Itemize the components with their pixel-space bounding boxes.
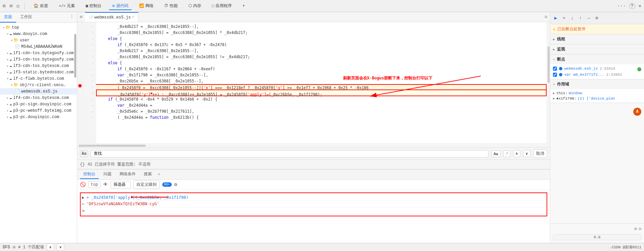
panel-layout-btn-2[interactable]: ⊟ xyxy=(639,226,641,231)
tree-item-obj[interactable]: ▾ 📁 obj/rc-client-security/c-we xyxy=(0,82,77,88)
tree-item-lfc[interactable]: ▾ ☁ lf-c-flwb.bytetos.com xyxy=(0,75,77,82)
share-icon[interactable]: ⊡ xyxy=(3,3,5,9)
step-out-button[interactable]: ↑ xyxy=(577,15,583,22)
arrow-icon: ▸ xyxy=(7,115,9,119)
dock-left-icon[interactable]: ⊞ xyxy=(77,14,85,20)
section-thread-header[interactable]: ▶ 线程 xyxy=(550,34,644,44)
scope-val-this[interactable]: Window xyxy=(569,91,582,95)
device-icon[interactable]: ⊟ xyxy=(9,3,12,9)
code-scrollbar[interactable] xyxy=(547,22,550,143)
tree-label: p3-pc.douyinpic.com xyxy=(13,115,59,119)
breakpoint-file-2[interactable]: var w0_0x3771f2... xyxy=(564,73,604,77)
help-button[interactable]: ? xyxy=(629,3,635,9)
h-scrollbar[interactable] xyxy=(77,143,550,147)
tab-network[interactable]: 📶 网络 xyxy=(136,2,157,10)
tab-performance[interactable]: ⏱ 性能 xyxy=(161,2,181,10)
step-over-button[interactable]: ↷ xyxy=(561,14,566,22)
section-breakpoints-header[interactable]: ▾ 断点 xyxy=(550,55,644,64)
sidebar-more-icon[interactable]: ⋮ xyxy=(67,12,77,23)
prompt-icon: > xyxy=(82,208,85,213)
tree-item-lf3-scm[interactable]: ▸ ☁ lf3-cdn-tos.bytescm.com xyxy=(0,63,77,69)
file-tab-webmssdk[interactable]: 📄 webmssdk.es5.js × xyxy=(85,12,138,22)
step-into-button[interactable]: ↓ xyxy=(569,15,575,22)
zoom-value: 0.0 xyxy=(594,235,601,239)
status-nav-down[interactable]: ∨ xyxy=(57,244,64,251)
right-panel: ▶ ↷ ↓ ↑ → ⊘ ⚠ 已在断点处暂停 ▶ 线程 ▶ xyxy=(550,12,644,243)
ln-6: - xyxy=(83,54,96,60)
console-tab-network[interactable]: 网络条件 xyxy=(116,170,139,179)
panel-layout-btn-1[interactable]: ⊞ xyxy=(635,226,637,231)
close-button[interactable]: ✕ xyxy=(639,3,641,9)
console-tab-console[interactable]: 控制台 xyxy=(80,170,99,179)
breakpoint-file-1[interactable]: webmssdk.es5.js xyxy=(564,67,598,71)
tree-item-top[interactable]: ▾ 📁 top xyxy=(0,24,77,31)
arrow-icon: ▾ xyxy=(11,38,13,42)
code-line-14: var _0x24d44a = xyxy=(96,102,547,108)
match-count-text: ⊗ 1 个匹配项 xyxy=(18,244,44,250)
code-line-4: if (_0x2458f0 < 0x137c + 0x5 * 0x367 + -… xyxy=(96,42,547,48)
console-eye-icon[interactable]: 👁 xyxy=(103,182,108,187)
console-settings-icon[interactable]: ⚙ xyxy=(174,182,177,187)
find-cancel[interactable]: 取消 xyxy=(533,149,547,158)
section-watch: ▶ 监视 xyxy=(550,44,644,55)
inspect-icon[interactable]: ◻ xyxy=(16,3,19,9)
tree-item-p3-weboff[interactable]: ▸ ☁ p3-pc-weboff.byteimg.com xyxy=(0,107,77,114)
expand-arrow-icon[interactable]: ▶ xyxy=(82,195,84,200)
code-lines[interactable]: _0x4db217 = _0xcc6308[_0x2e1055--], _0xc… xyxy=(96,22,547,143)
tab-sources[interactable]: ⚙ 源代码 xyxy=(109,2,131,10)
more-button[interactable]: ··· xyxy=(617,3,626,9)
tree-item-p3-sign[interactable]: ▸ ☁ p3-pc-sign.douyinpic.com xyxy=(0,101,77,107)
tree-item-ms4w[interactable]: 📄 MS4wLjABAAAA2WKmN xyxy=(0,43,77,50)
console-filter-input[interactable] xyxy=(111,181,131,188)
tree-item-webmssdk[interactable]: 📄 webmssdk.es5.js xyxy=(0,88,77,95)
console-level-select[interactable]: 自定义级别 xyxy=(133,180,160,189)
find-match-case[interactable]: Aa xyxy=(491,150,500,157)
tree-item-user[interactable]: ▾ 📁 user xyxy=(0,37,77,43)
scope-val-device[interactable]: (2) ['device_plat xyxy=(577,97,615,101)
tab-add[interactable]: + xyxy=(239,2,248,10)
tab-memory[interactable]: ⬡ 内存 xyxy=(185,2,205,10)
find-next[interactable]: ∨ xyxy=(523,150,530,157)
dock-right-icon[interactable]: ⊟ xyxy=(542,14,550,20)
console-text-1: > _0x2458f0['apply'](_0xc26b5e, _0x1f179… xyxy=(86,195,188,200)
bp-empty xyxy=(77,59,82,65)
arrow-icon: ▾ xyxy=(3,26,5,30)
clear-search-icon[interactable]: ⊗ xyxy=(13,244,15,250)
console-clear-button[interactable]: 🚫 xyxy=(80,182,86,187)
deactivate-button[interactable]: ⊘ xyxy=(594,14,599,22)
breakpoint-checkbox-1[interactable] xyxy=(553,67,557,71)
breakpoint-gutter xyxy=(77,22,83,143)
resume-button[interactable]: ▶ xyxy=(553,14,558,22)
find-input[interactable] xyxy=(91,150,488,157)
bp-empty xyxy=(77,34,82,40)
console-tab-search[interactable]: 搜索 xyxy=(140,170,155,179)
tree-item-lf1[interactable]: ▸ ☁ lf1-cdn-tos.bytegoofy.com xyxy=(0,50,77,56)
console-tab-issues[interactable]: 问题 xyxy=(100,170,115,179)
tree-item-p3-pc[interactable]: ▸ ☁ p3-pc.douyinpic.com xyxy=(0,114,77,120)
tab-elements[interactable]: </> 元素 xyxy=(55,2,78,10)
sidebar-tab-workspace[interactable]: 工作区 xyxy=(16,12,36,23)
tree-item-lf3-dns[interactable]: ▸ ☁ lf3-static.bytednsdoc.com xyxy=(0,69,77,75)
breakpoint-checkbox-2[interactable] xyxy=(553,73,557,77)
tree-item-lf4[interactable]: ▸ ☁ lf4-cdn-tos.bytescm.com xyxy=(0,95,77,101)
find-regex[interactable]: .* xyxy=(503,150,510,157)
section-watch-header[interactable]: ▶ 监视 xyxy=(550,44,644,54)
file-tab-close[interactable]: × xyxy=(132,15,134,19)
ab-icon[interactable]: Aa xyxy=(80,150,88,157)
find-bar: Aa Aa .* ∧ ∨ 取消 xyxy=(77,147,550,159)
tree-item-lf3-goofy[interactable]: ▸ ☁ lf3-cdn-tos.bytegoofy.com xyxy=(0,56,77,63)
tab-console[interactable]: ▣ 控制台 xyxy=(82,2,105,10)
console-tab-add[interactable]: + xyxy=(157,171,162,178)
code-line-13: if (_0x2458f0 < -0x4 * 0x529 + 0x14b6 + … xyxy=(96,96,547,102)
sidebar-tab-page[interactable]: 页面 xyxy=(0,12,16,23)
top-selector[interactable]: top xyxy=(88,181,100,188)
step-button[interactable]: → xyxy=(586,15,591,22)
find-prev[interactable]: ∧ xyxy=(513,150,520,157)
section-scope-header[interactable]: ▾ 作用域 xyxy=(550,79,644,89)
tree-item-douyin[interactable]: ▾ ☁ www.douyin.com xyxy=(0,31,77,37)
status-nav-up[interactable]: ∧ xyxy=(47,244,54,251)
tab-application[interactable]: □ 应用程序 xyxy=(209,2,235,10)
tree-label: webmssdk.es5.js xyxy=(21,89,57,94)
tree-label: p3-pc-sign.douyinpic.com xyxy=(13,102,71,107)
tab-welcome[interactable]: 🏠 欢迎 xyxy=(30,2,51,10)
